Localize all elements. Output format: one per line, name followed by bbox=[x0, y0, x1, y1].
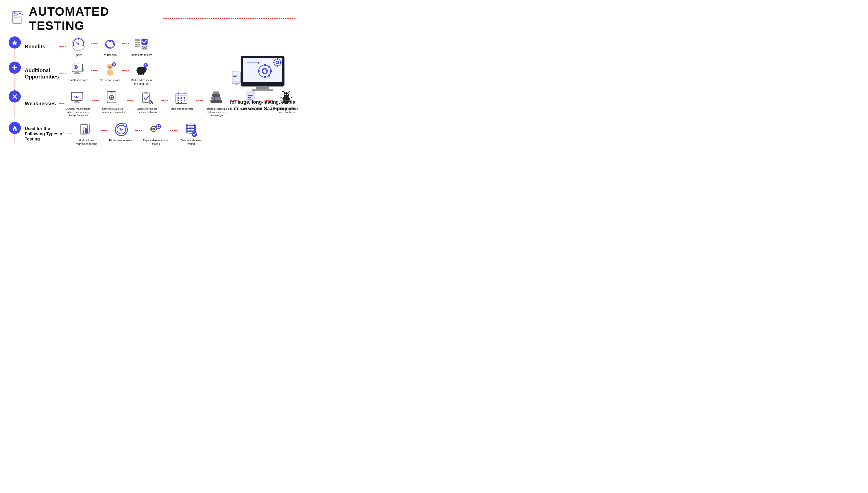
svg-rect-41 bbox=[77, 67, 78, 67]
weaknesses-h-connector bbox=[59, 103, 64, 104]
svg-rect-167 bbox=[270, 70, 272, 72]
svg-rect-34 bbox=[75, 72, 79, 73]
svg-rect-141 bbox=[156, 128, 157, 130]
title-row: AUTOMATED TESTING bbox=[11, 4, 297, 33]
svg-rect-83 bbox=[181, 97, 182, 99]
svg-rect-55 bbox=[140, 73, 142, 75]
code-monitor-icon: </> bbox=[70, 90, 86, 106]
weak-taketime: Take time to develop bbox=[168, 90, 196, 111]
svg-point-51 bbox=[143, 67, 147, 71]
database-check-icon bbox=[183, 122, 199, 137]
svg-point-16 bbox=[78, 43, 79, 45]
svg-rect-157 bbox=[256, 86, 269, 90]
svg-rect-139 bbox=[153, 131, 154, 132]
svg-rect-74 bbox=[142, 93, 150, 102]
svg-rect-9 bbox=[17, 14, 18, 15]
opp-nohuman: No human errors bbox=[98, 62, 122, 82]
svg-point-171 bbox=[276, 62, 278, 63]
svg-point-53 bbox=[145, 68, 146, 69]
svg-rect-175 bbox=[280, 62, 282, 63]
pencil-check-icon bbox=[140, 90, 155, 106]
svg-rect-182 bbox=[233, 76, 236, 77]
opp-unattended: Unattended runs bbox=[66, 62, 91, 82]
svg-rect-183 bbox=[235, 84, 238, 85]
svg-point-161 bbox=[263, 69, 267, 73]
uf-conn-2 bbox=[136, 130, 142, 131]
svg-rect-62 bbox=[75, 101, 79, 102]
wk-conn-3 bbox=[162, 100, 168, 101]
checkonly-label: Check only the pre-defined problems bbox=[133, 107, 162, 114]
usedfor-badge bbox=[9, 122, 21, 134]
svg-point-119 bbox=[13, 129, 14, 131]
svg-rect-25 bbox=[135, 44, 140, 45]
svg-rect-3 bbox=[14, 17, 18, 18]
connector-nohuman-reduced bbox=[122, 70, 129, 71]
unattended-label: Unattended runs bbox=[68, 79, 88, 82]
weak-programming: Require programming skills and domain kn… bbox=[203, 90, 231, 117]
connector-reuse-immediate bbox=[122, 43, 129, 44]
svg-rect-174 bbox=[273, 62, 274, 63]
svg-rect-92 bbox=[212, 94, 220, 97]
svg-rect-134 bbox=[123, 125, 124, 126]
svg-rect-125 bbox=[85, 128, 86, 133]
usedfor-h-connector bbox=[66, 133, 73, 134]
svg-rect-124 bbox=[83, 130, 84, 133]
svg-rect-26 bbox=[135, 45, 140, 47]
computer-illustration bbox=[230, 51, 295, 95]
immediate-label: Immediate results bbox=[131, 53, 152, 57]
repeatable-label: Repeatable functional testing bbox=[142, 139, 170, 146]
svg-point-46 bbox=[110, 66, 111, 67]
svg-marker-13 bbox=[12, 40, 18, 45]
taketime-label: Take time to develop bbox=[170, 107, 193, 111]
svg-point-69 bbox=[110, 97, 112, 99]
svg-rect-91 bbox=[211, 97, 221, 100]
weaknesses-badge bbox=[9, 90, 21, 103]
svg-rect-163 bbox=[264, 76, 266, 78]
connector-unatt-nohuman bbox=[91, 70, 98, 71]
svg-rect-70 bbox=[111, 95, 112, 96]
svg-point-144 bbox=[158, 125, 160, 127]
highvolume-label: High-volume regression testing bbox=[73, 139, 101, 146]
benefits-h-connector bbox=[59, 46, 66, 47]
svg-rect-39 bbox=[75, 68, 76, 69]
svg-point-137 bbox=[152, 128, 155, 130]
svg-rect-148 bbox=[160, 126, 162, 127]
opportunities-label: Additional Opportunities bbox=[25, 67, 59, 80]
svg-text:%: % bbox=[119, 127, 123, 132]
svg-rect-147 bbox=[156, 126, 157, 127]
weak-checkonly: Check only the pre-defined problems bbox=[133, 90, 162, 114]
benefits-badge bbox=[9, 37, 21, 48]
weak-complex: </> Complex maintenance when requirement… bbox=[64, 90, 92, 117]
svg-rect-40 bbox=[74, 67, 75, 67]
svg-rect-23 bbox=[135, 40, 140, 41]
complex-label: Complex maintenance when requirements ch… bbox=[64, 107, 92, 117]
programming-label: Require programming skills and domain kn… bbox=[203, 107, 231, 117]
svg-marker-77 bbox=[149, 103, 151, 104]
svg-rect-56 bbox=[143, 73, 144, 75]
wk-conn-1 bbox=[92, 100, 99, 101]
datawarehouse-label: Data warehouse testing bbox=[177, 139, 205, 146]
svg-rect-87 bbox=[184, 100, 185, 101]
svg-text:</>: </> bbox=[74, 94, 79, 99]
svg-point-44 bbox=[106, 70, 113, 76]
opportunities-badge bbox=[9, 62, 21, 74]
title-dashed-line bbox=[163, 18, 295, 19]
svg-rect-135 bbox=[126, 125, 127, 126]
reduced-label: Reduced costs in the long run bbox=[129, 79, 154, 86]
toocomplicated-label: Some tests are too complicated automated bbox=[99, 107, 127, 114]
used-performance: % Performance testi bbox=[107, 122, 136, 142]
benefit-speed: Speed bbox=[66, 37, 91, 57]
svg-rect-73 bbox=[113, 97, 114, 98]
svg-rect-138 bbox=[153, 126, 154, 127]
performance-label: Performance testing bbox=[109, 139, 133, 142]
svg-rect-162 bbox=[264, 64, 266, 66]
speed-label: Speed bbox=[75, 53, 82, 57]
tablet-gear-icon bbox=[105, 90, 120, 106]
svg-rect-180 bbox=[233, 74, 237, 74]
svg-rect-145 bbox=[158, 124, 159, 125]
reuse-icon bbox=[102, 37, 118, 52]
svg-rect-88 bbox=[178, 102, 179, 104]
svg-rect-173 bbox=[277, 65, 278, 67]
svg-text:$: $ bbox=[145, 64, 146, 67]
svg-point-131 bbox=[124, 124, 126, 126]
